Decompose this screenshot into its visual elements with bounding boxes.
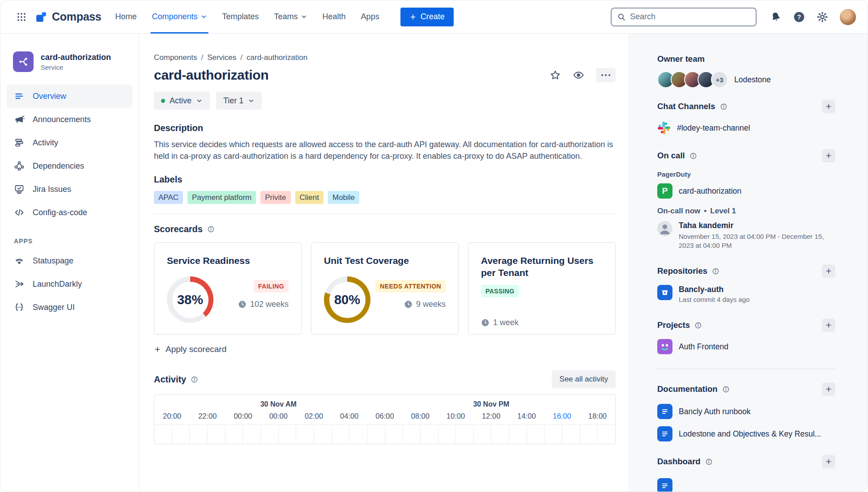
search-input[interactable] xyxy=(630,12,750,21)
add-dashboard-button[interactable] xyxy=(822,455,835,468)
create-button[interactable]: Create xyxy=(400,8,454,26)
info-icon[interactable] xyxy=(722,386,730,393)
scorecards-heading: Scorecards xyxy=(154,224,203,234)
add-project-button[interactable] xyxy=(822,318,835,332)
app-switcher-icon[interactable] xyxy=(14,9,29,25)
activity-grid-cell xyxy=(545,425,562,444)
add-on-call-button[interactable] xyxy=(822,149,835,162)
sidebar-item-launchdarkly[interactable]: LaunchDarkly xyxy=(7,272,132,296)
scorecard-percent: 38% xyxy=(177,293,203,307)
label-tag[interactable]: Client xyxy=(295,191,323,204)
tick-label: 00:00 xyxy=(225,412,260,424)
activity-grid-cell xyxy=(190,425,208,444)
chevron-down-icon xyxy=(301,13,307,20)
scorecard-donut: 38% xyxy=(167,276,213,323)
info-icon[interactable] xyxy=(705,458,713,466)
on-call-person-name[interactable]: Taha kandemir xyxy=(679,221,826,230)
documentation-row: Lodestone and Objectives & Key Resul... xyxy=(657,426,835,441)
owner-team-heading: Owner team xyxy=(657,54,705,64)
title-actions xyxy=(549,68,616,82)
notifications-bell-icon[interactable] xyxy=(769,10,783,24)
repository-name[interactable]: Bancly-auth xyxy=(679,285,749,294)
scorecard-service-readiness[interactable]: Service Readiness 38% FAILING 102 weeks xyxy=(154,242,302,335)
activity-grid-cell xyxy=(261,425,279,444)
sidebar-item-announcements[interactable]: Announcements xyxy=(7,108,132,131)
nav-item-home[interactable]: Home xyxy=(107,0,144,34)
scorecard-avg-returning-users[interactable]: Average Returning Users per Tenant PASSI… xyxy=(468,242,616,335)
scorecard-percent: 80% xyxy=(334,293,360,307)
activity-grid-cell xyxy=(509,425,527,444)
info-icon[interactable] xyxy=(191,376,198,383)
avatar-overflow-badge[interactable]: +3 xyxy=(711,71,728,88)
breadcrumb-services[interactable]: Services xyxy=(207,53,236,62)
chat-channel-link[interactable]: #lodey-team-channel xyxy=(677,123,750,133)
document-icon xyxy=(657,478,672,492)
compass-logo[interactable]: Compass xyxy=(35,10,101,23)
nav-item-apps[interactable]: Apps xyxy=(353,0,387,34)
tier-dropdown[interactable]: Tier 1 xyxy=(216,92,262,110)
plus-icon xyxy=(154,346,161,353)
tick-label: 02:00 xyxy=(296,412,332,424)
scorecard-unit-test-coverage[interactable]: Unit Test Coverage 80% NEEDS ATTENTION 9… xyxy=(311,242,459,335)
sidebar-item-dependencies[interactable]: Dependencies xyxy=(7,154,132,178)
sidebar-item-overview[interactable]: Overview xyxy=(7,85,132,108)
favorite-star-icon[interactable] xyxy=(549,69,561,81)
chevron-down-icon xyxy=(248,98,255,104)
see-all-activity-button[interactable]: See all activity xyxy=(552,370,616,388)
activity-grid-cell xyxy=(314,425,332,444)
brand-name: Compass xyxy=(52,10,101,23)
add-documentation-button[interactable] xyxy=(822,382,835,396)
status-dropdown[interactable]: Active xyxy=(154,92,210,110)
labels-heading: Labels xyxy=(154,174,616,185)
pagerduty-service-link[interactable]: card-authorization xyxy=(679,187,741,196)
activity-grid-cell xyxy=(332,425,350,444)
tick-label: 12:00 xyxy=(473,412,509,424)
documentation-heading: Documentation xyxy=(657,384,718,394)
tick-label: 22:00 xyxy=(190,412,225,424)
team-name-link[interactable]: Lodestone xyxy=(734,75,771,85)
sidebar-item-statuspage[interactable]: Statuspage xyxy=(7,249,132,272)
nav-item-components[interactable]: Components xyxy=(144,0,214,34)
activity-grid-cell xyxy=(385,425,403,444)
label-tag[interactable]: Payment platform xyxy=(187,191,256,204)
info-icon[interactable] xyxy=(694,322,702,329)
info-icon[interactable] xyxy=(207,225,215,233)
sidebar-item-swagger-ui[interactable]: Swagger UI xyxy=(7,296,132,319)
nav-item-teams[interactable]: Teams xyxy=(267,0,315,34)
add-repository-button[interactable] xyxy=(822,264,835,278)
activity-day-label: 30 Nov PM xyxy=(473,400,509,411)
status-badge: PASSING xyxy=(481,285,519,297)
more-actions-icon[interactable] xyxy=(596,68,616,82)
label-tag[interactable]: APAC xyxy=(154,191,183,204)
sidebar-item-config-as-code[interactable]: Config-as-code xyxy=(7,201,132,224)
settings-gear-icon[interactable] xyxy=(817,11,828,23)
info-icon[interactable] xyxy=(720,103,728,110)
documentation-link[interactable]: Lodestone and Objectives & Key Resul... xyxy=(679,429,821,439)
help-icon[interactable]: ? xyxy=(793,11,805,23)
scorecard-title: Service Readiness xyxy=(167,254,289,267)
sidebar-item-activity[interactable]: Activity xyxy=(7,131,132,154)
nav-item-templates[interactable]: Templates xyxy=(215,0,267,34)
labels-row: APAC Payment platform Privite Client Mob… xyxy=(154,191,616,204)
documentation-row: Bancly Auth runbook xyxy=(657,404,835,419)
scorecard-age: 9 weeks xyxy=(416,300,446,309)
aside-divider xyxy=(657,369,835,369)
search-icon xyxy=(617,13,626,21)
documentation-link[interactable]: Bancly Auth runbook xyxy=(679,407,751,416)
label-tag[interactable]: Mobile xyxy=(328,191,359,204)
activity-grid-cell xyxy=(226,425,243,444)
breadcrumb-current[interactable]: card-authorization xyxy=(247,53,307,62)
info-icon[interactable] xyxy=(689,152,697,160)
label-tag[interactable]: Privite xyxy=(260,191,290,204)
nav-item-health[interactable]: Health xyxy=(315,0,353,34)
watch-eye-icon[interactable] xyxy=(573,69,584,81)
sidebar-item-jira-issues[interactable]: Jira Issues xyxy=(7,178,132,201)
info-icon[interactable] xyxy=(712,267,719,275)
breadcrumb-components[interactable]: Components xyxy=(154,53,197,62)
add-chat-channel-button[interactable] xyxy=(822,100,835,113)
dashboard-item-partial[interactable] xyxy=(657,478,835,492)
project-link[interactable]: Auth Frontend xyxy=(679,342,728,352)
user-avatar[interactable] xyxy=(840,9,856,25)
top-navigation: Compass Home Components Templates Teams … xyxy=(0,0,868,34)
apply-scorecard-button[interactable]: Apply scorecard xyxy=(154,344,226,354)
